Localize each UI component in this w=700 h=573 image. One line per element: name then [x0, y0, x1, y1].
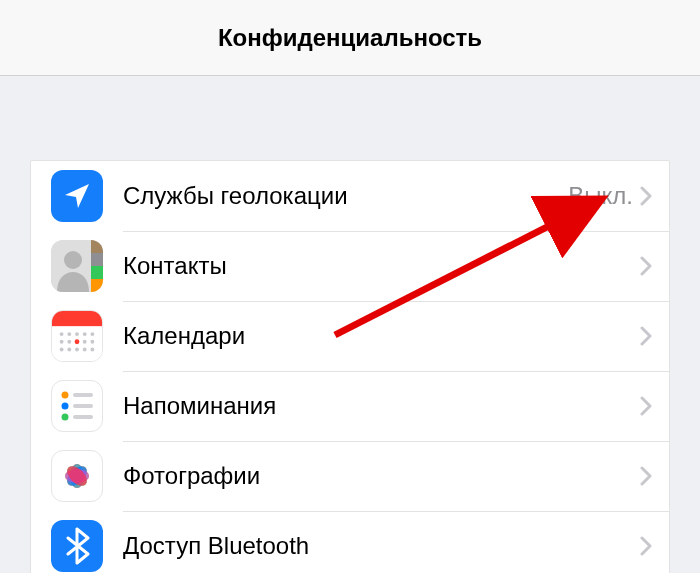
- spacer: [0, 76, 700, 160]
- chevron-right-icon: [639, 186, 653, 206]
- calendar-icon: [51, 310, 103, 362]
- svg-point-15: [83, 340, 87, 344]
- row-label: Фотографии: [123, 462, 260, 490]
- row-label: Доступ Bluetooth: [123, 532, 309, 560]
- chevron-right-icon: [639, 396, 653, 416]
- svg-point-1: [64, 251, 82, 269]
- svg-point-20: [83, 348, 87, 352]
- svg-point-27: [62, 414, 69, 421]
- svg-point-18: [67, 348, 71, 352]
- svg-point-23: [62, 392, 69, 399]
- svg-rect-26: [73, 404, 93, 408]
- chevron-right-icon: [639, 326, 653, 346]
- svg-point-8: [60, 332, 64, 336]
- row-photos[interactable]: Фотографии: [31, 441, 669, 511]
- row-label: Службы геолокации: [123, 182, 348, 210]
- row-calendars[interactable]: Календари: [31, 301, 669, 371]
- chevron-right-icon: [639, 256, 653, 276]
- row-label: Напоминания: [123, 392, 276, 420]
- svg-rect-4: [91, 266, 103, 279]
- svg-point-25: [62, 403, 69, 410]
- svg-point-9: [67, 332, 71, 336]
- svg-rect-24: [73, 393, 93, 397]
- svg-point-17: [60, 348, 64, 352]
- bluetooth-icon: [51, 520, 103, 572]
- page-title: Конфиденциальность: [218, 24, 482, 52]
- row-bluetooth[interactable]: Доступ Bluetooth: [31, 511, 669, 573]
- location-icon: [51, 170, 103, 222]
- svg-point-10: [75, 332, 79, 336]
- row-location-services[interactable]: Службы геолокации Выкл.: [31, 161, 669, 231]
- reminders-icon: [51, 380, 103, 432]
- row-label: Календари: [123, 322, 245, 350]
- svg-rect-2: [91, 240, 103, 253]
- svg-point-11: [83, 332, 87, 336]
- contacts-icon: [51, 240, 103, 292]
- photos-icon: [51, 450, 103, 502]
- row-value: Выкл.: [568, 182, 633, 210]
- svg-point-22: [75, 339, 80, 344]
- chevron-right-icon: [639, 466, 653, 486]
- svg-point-16: [90, 340, 94, 344]
- svg-point-14: [67, 340, 71, 344]
- svg-rect-6: [52, 311, 102, 326]
- svg-point-13: [60, 340, 64, 344]
- svg-point-12: [90, 332, 94, 336]
- row-contacts[interactable]: Контакты: [31, 231, 669, 301]
- chevron-right-icon: [639, 536, 653, 556]
- svg-rect-5: [91, 279, 103, 292]
- svg-point-19: [75, 348, 79, 352]
- settings-panel: Службы геолокации Выкл. Контакты: [30, 160, 670, 573]
- header: Конфиденциальность: [0, 0, 700, 76]
- svg-rect-28: [73, 415, 93, 419]
- svg-rect-3: [91, 253, 103, 266]
- row-reminders[interactable]: Напоминания: [31, 371, 669, 441]
- svg-point-21: [90, 348, 94, 352]
- row-label: Контакты: [123, 252, 227, 280]
